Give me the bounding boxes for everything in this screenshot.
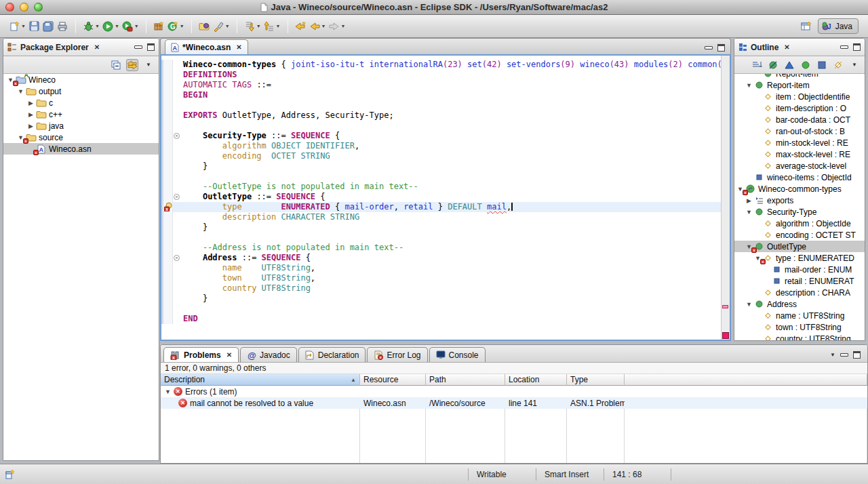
tab-problems[interactable]: xProblems✕ — [163, 347, 239, 362]
close-view-icon[interactable]: ✕ — [784, 43, 789, 51]
column-header-blank[interactable] — [625, 374, 867, 386]
code-line-25[interactable] — [161, 304, 730, 314]
annotation-ruler[interactable] — [161, 253, 173, 263]
disclosure-triangle-icon[interactable]: ▶ — [26, 100, 35, 106]
disclosure-triangle-icon[interactable]: ▼ — [16, 88, 25, 95]
code-line-12[interactable] — [161, 172, 730, 182]
package-explorer-item-wineco-asn[interactable]: AxWineco.asn — [3, 143, 159, 155]
forward-button[interactable]: ▼ — [327, 18, 347, 35]
code-text[interactable]: type ENUMERATED { mail-order, retail } D… — [182, 202, 730, 212]
annotation-ruler[interactable] — [161, 121, 173, 131]
annotation-ruler[interactable] — [161, 243, 173, 253]
code-text[interactable]: Address ::= SEQUENCE { — [182, 253, 730, 263]
annotation-ruler[interactable] — [161, 80, 173, 90]
annotation-ruler[interactable] — [161, 131, 173, 141]
maximize-view-button[interactable] — [853, 43, 861, 51]
filter-diamond-button[interactable] — [832, 59, 844, 71]
annotation-ruler[interactable] — [161, 151, 173, 161]
problems-error-row[interactable]: ✕mail cannot be resolved to a valueWinec… — [161, 397, 867, 409]
annotation-ruler[interactable] — [161, 273, 173, 283]
back-button[interactable]: ▼ — [308, 18, 328, 35]
outline-item-type-enumerated[interactable]: ▼xtype : ENUMERATED — [734, 252, 865, 264]
code-text[interactable] — [182, 121, 730, 131]
minimize-window-button[interactable] — [20, 3, 28, 12]
disclosure-triangle-icon[interactable]: ▼ — [165, 388, 171, 395]
package-explorer-item-output[interactable]: ▼output — [3, 85, 159, 97]
open-type-button[interactable] — [197, 18, 212, 35]
minimize-view-button[interactable] — [840, 45, 848, 49]
minimize-editor-button[interactable] — [705, 46, 713, 49]
code-line-20[interactable]: Address ::= SEQUENCE { — [161, 253, 730, 263]
outline-item-wineco-common-types[interactable]: ▼xWineco-common-types — [734, 183, 865, 195]
outline-item-security-type[interactable]: ▼Security-Type — [734, 206, 865, 218]
annotation-ruler[interactable] — [161, 294, 173, 304]
annotation-ruler[interactable] — [161, 314, 173, 324]
view-menu-icon[interactable]: ▼ — [142, 59, 155, 71]
tab-declaration[interactable]: Declaration — [298, 347, 366, 362]
annotation-ruler[interactable] — [161, 110, 173, 121]
fold-collapse-icon[interactable] — [173, 253, 182, 263]
error-marker-icon[interactable]: x — [161, 202, 173, 212]
new-class-button[interactable]: G▼ — [166, 18, 186, 35]
dropdown-arrow-icon[interactable]: ▼ — [115, 24, 119, 28]
code-text[interactable] — [182, 172, 730, 182]
package-explorer-item-source[interactable]: ▼xsource — [3, 132, 159, 143]
annotation-ruler[interactable] — [161, 222, 173, 233]
outline-item-description-chara[interactable]: description : CHARA — [734, 287, 865, 298]
code-text[interactable]: algorithm OBJECT IDENTIFIER, — [182, 141, 730, 151]
annotation-ruler[interactable] — [161, 192, 173, 202]
annotation-ruler[interactable] — [161, 141, 173, 151]
code-text[interactable]: OutletType ::= SEQUENCE { — [182, 192, 730, 202]
disclosure-triangle-icon[interactable]: ▶ — [26, 111, 35, 118]
minimize-view-button[interactable] — [840, 353, 848, 357]
dropdown-arrow-icon[interactable]: ▼ — [225, 24, 230, 28]
disclosure-triangle-icon[interactable]: ▼ — [745, 301, 753, 308]
code-text[interactable]: } — [182, 294, 730, 304]
column-header-location[interactable]: Location — [505, 374, 567, 386]
dropdown-arrow-icon[interactable]: ▼ — [321, 24, 326, 28]
save-button[interactable] — [27, 18, 41, 35]
filter-ball-button[interactable] — [800, 59, 812, 71]
code-line-1[interactable]: Wineco-common-types { joint-iso-itu-t in… — [161, 60, 730, 70]
column-header-path[interactable]: Path — [426, 374, 505, 386]
code-line-5[interactable] — [161, 100, 730, 110]
code-area[interactable]: Wineco-common-types { joint-iso-itu-t in… — [161, 56, 730, 340]
disclosure-triangle-icon[interactable]: ▶ — [26, 123, 35, 129]
outline-item-wineco-items-objectid[interactable]: wineco-items : ObjectId — [734, 172, 865, 183]
outline-item-item-description-o[interactable]: item-description : O — [734, 102, 865, 114]
collapse-all-button[interactable] — [110, 59, 122, 71]
outline-item-country-utf8string[interactable]: country : UTF8String — [734, 333, 865, 340]
outline-item-outlettype[interactable]: ▼xOutletType — [734, 241, 865, 252]
outline-item-encoding-octet-st[interactable]: encoding : OCTET ST — [734, 229, 865, 241]
code-text[interactable]: AUTOMATIC TAGS ::= — [182, 80, 730, 90]
code-text[interactable]: DEFINITIONS — [182, 70, 730, 80]
code-text[interactable]: name UTF8String, — [182, 263, 730, 273]
code-line-17[interactable]: } — [161, 222, 730, 233]
run-tool-button[interactable]: ▼ — [121, 18, 140, 35]
code-line-6[interactable]: EXPORTS OutletType, Address, Security-Ty… — [161, 110, 730, 121]
filter-triangle-button[interactable] — [783, 59, 795, 71]
dropdown-arrow-icon[interactable]: ▼ — [340, 24, 345, 28]
outline-item-ran-out-of-stock-b[interactable]: ran-out-of-stock : B — [734, 125, 865, 137]
outline-item-name-utf8string[interactable]: name : UTF8String — [734, 310, 865, 321]
code-line-13[interactable]: --OutletType is not populated in main te… — [161, 182, 730, 192]
dropdown-arrow-icon[interactable]: ▼ — [95, 24, 100, 28]
annotation-ruler[interactable] — [161, 70, 173, 80]
code-text[interactable]: country UTF8String — [182, 283, 730, 294]
package-explorer-item-c[interactable]: ▶c — [3, 97, 159, 108]
code-line-16[interactable]: description CHARACTER STRING — [161, 212, 730, 222]
error-overview-marker[interactable] — [722, 305, 728, 308]
annotation-ruler[interactable] — [161, 263, 173, 273]
code-text[interactable]: EXPORTS OutletType, Address, Security-Ty… — [182, 110, 730, 121]
code-line-23[interactable]: country UTF8String — [161, 283, 730, 294]
dropdown-arrow-icon[interactable]: ▼ — [21, 24, 26, 28]
next-annot-button[interactable]: ▼ — [243, 18, 262, 35]
code-text[interactable]: town UTF8String, — [182, 273, 730, 283]
overview-ruler[interactable] — [721, 56, 730, 340]
new-wizard-button[interactable]: ▼ — [7, 18, 27, 35]
outline-item-exports[interactable]: ▶exports — [734, 195, 865, 206]
dropdown-arrow-icon[interactable]: ▼ — [134, 24, 139, 28]
dropdown-arrow-icon[interactable]: ▼ — [180, 24, 184, 28]
outline-item-min-stock-level-re[interactable]: min-stock-level : RE — [734, 137, 865, 148]
maximize-editor-button[interactable] — [717, 44, 725, 52]
